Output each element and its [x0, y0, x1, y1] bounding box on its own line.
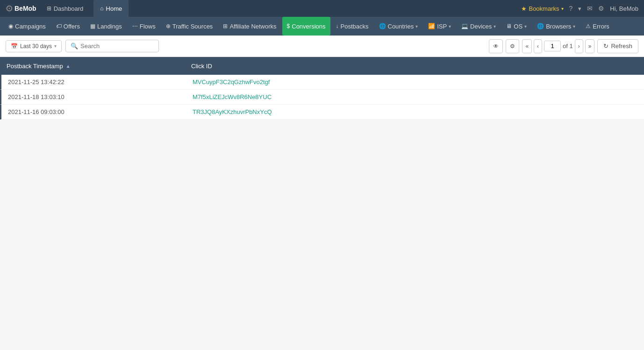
gear-icon: ⚙: [510, 43, 515, 50]
last-page-icon: »: [588, 43, 592, 50]
devices-chevron-icon: ▾: [494, 24, 496, 29]
countries-icon: 🌐: [379, 23, 386, 29]
table-body: 2021-11-25 13:42:22 MVCuypF3C2qGzhwFvo2t…: [0, 75, 644, 120]
prev-page-button[interactable]: ‹: [534, 39, 542, 53]
refresh-label: Refresh: [611, 43, 632, 50]
nav-isp[interactable]: 📶 ISP ▾: [423, 17, 456, 36]
nav-offers[interactable]: 🏷 Offers: [51, 17, 85, 36]
first-page-icon: «: [525, 43, 529, 50]
search-box[interactable]: 🔍: [65, 40, 159, 52]
settings-button[interactable]: ⚙: [506, 39, 519, 53]
first-page-button[interactable]: «: [522, 39, 532, 53]
timestamp-value-1: 2021-11-25 13:42:22: [8, 79, 64, 86]
nav-affiliate-networks[interactable]: ⊞ Affiliate Networks: [218, 17, 281, 36]
nav-devices[interactable]: 💻 Devices ▾: [457, 17, 501, 36]
nav-traffic-sources[interactable]: ⊕ Traffic Sources: [161, 17, 218, 36]
tab-dashboard[interactable]: ⊞ Dashboard: [40, 0, 90, 17]
cell-click-id-2[interactable]: M7f5xLiZEJcWv8R6Ne8YUC: [186, 90, 644, 104]
notifications-icon[interactable]: ▾: [578, 5, 581, 12]
click-id-value-2: M7f5xLiZEJcWv8R6Ne8YUC: [193, 93, 272, 100]
prev-page-icon: ‹: [537, 43, 539, 50]
traffic-sources-icon: ⊕: [166, 23, 171, 29]
nav-landings-label: Landings: [97, 23, 122, 30]
nav-landings[interactable]: ▦ Landings: [86, 17, 127, 36]
page-of-label: of 1: [563, 43, 573, 50]
refresh-button[interactable]: ↻ Refresh: [597, 39, 638, 53]
last-page-button[interactable]: »: [585, 39, 595, 53]
campaigns-icon: ◉: [8, 23, 13, 29]
sort-asc-icon: ▲: [66, 64, 71, 69]
topbar-right: ★ Bookmarks ▾ ? ▾ ✉ ⚙ Hi, BeMob: [521, 5, 638, 12]
table-container: Postback Timestamp ▲ Click ID 2021-11-25…: [0, 57, 644, 120]
th-postback-timestamp[interactable]: Postback Timestamp ▲: [0, 57, 185, 75]
eye-button[interactable]: 👁: [489, 39, 503, 53]
click-id-value-1: MVCuypF3C2qGzhwFvo2tgf: [193, 79, 270, 86]
table-header: Postback Timestamp ▲ Click ID: [0, 57, 644, 75]
nav-os-label: OS: [514, 23, 522, 30]
nav-campaigns-label: Campaigns: [15, 23, 46, 30]
nav-flows[interactable]: ⋯ Flows: [128, 17, 160, 36]
tab-home[interactable]: ⌂ Home: [93, 0, 129, 17]
click-id-value-3: TR3JQ8AyKXzhuvrPbNxYcQ: [193, 108, 272, 115]
nav-conversions[interactable]: $ Conversions: [282, 17, 330, 36]
help-icon[interactable]: ?: [569, 5, 573, 12]
errors-icon: ⚠: [586, 23, 591, 29]
table-row: 2021-11-16 09:03:00 TR3JQ8AyKXzhuvrPbNxY…: [0, 105, 644, 120]
messages-icon[interactable]: ✉: [587, 5, 593, 12]
settings-icon[interactable]: ⚙: [598, 5, 604, 12]
nav-campaigns[interactable]: ◉ Campaigns: [4, 17, 50, 36]
topbar: ⊙ BeMob ⊞ Dashboard ⌂ Home ★ Bookmarks ▾…: [0, 0, 644, 17]
table-row: 2021-11-25 13:42:22 MVCuypF3C2qGzhwFvo2t…: [0, 75, 644, 90]
refresh-icon: ↻: [603, 43, 608, 50]
timestamp-value-3: 2021-11-16 09:03:00: [8, 108, 64, 115]
calendar-icon: 📅: [11, 43, 18, 50]
eye-icon: 👁: [493, 43, 499, 50]
cell-click-id-3[interactable]: TR3JQ8AyKXzhuvrPbNxYcQ: [186, 105, 644, 119]
th-click-id[interactable]: Click ID: [185, 57, 644, 75]
nav-errors-label: Errors: [593, 23, 609, 30]
cell-timestamp-2: 2021-11-18 13:03:10: [1, 90, 186, 104]
nav-os[interactable]: 🖥 OS ▾: [501, 17, 531, 36]
toolbar-left: 📅 Last 30 days ▾ 🔍: [6, 40, 159, 52]
cell-click-id-1[interactable]: MVCuypF3C2qGzhwFvo2tgf: [186, 75, 644, 89]
flows-icon: ⋯: [132, 23, 138, 29]
toolbar-right: 👁 ⚙ « ‹ of 1 › » ↻ Refresh: [489, 39, 638, 53]
next-page-button[interactable]: ›: [575, 39, 583, 53]
navbar: ◉ Campaigns 🏷 Offers ▦ Landings ⋯ Flows …: [0, 17, 644, 36]
tab-home-label: Home: [106, 5, 122, 12]
nav-traffic-sources-label: Traffic Sources: [172, 23, 213, 30]
nav-countries[interactable]: 🌐 Countries ▾: [374, 17, 423, 36]
next-page-icon: ›: [578, 43, 580, 50]
home-tab-icon: ⌂: [100, 5, 103, 12]
nav-flows-label: Flows: [140, 23, 156, 30]
date-range-button[interactable]: 📅 Last 30 days ▾: [6, 40, 62, 52]
logo-text: BeMob: [14, 5, 36, 12]
timestamp-value-2: 2021-11-18 13:03:10: [8, 93, 64, 100]
logo-icon: ⊙: [6, 3, 13, 14]
bookmarks-button[interactable]: ★ Bookmarks ▾: [521, 5, 563, 12]
nav-postbacks-label: Postbacks: [341, 23, 369, 30]
nav-errors[interactable]: ⚠ Errors: [581, 17, 614, 36]
tab-dashboard-label: Dashboard: [54, 5, 84, 12]
th-postback-timestamp-label: Postback Timestamp: [7, 63, 63, 70]
isp-chevron-icon: ▾: [449, 24, 451, 29]
landings-icon: ▦: [90, 23, 95, 29]
toolbar: 📅 Last 30 days ▾ 🔍 👁 ⚙ « ‹ of 1 ›: [0, 36, 644, 57]
devices-icon: 💻: [461, 23, 468, 29]
pagination: « ‹ of 1 › »: [522, 39, 594, 53]
date-range-label: Last 30 days: [20, 43, 52, 50]
table-row: 2021-11-18 13:03:10 M7f5xLiZEJcWv8R6Ne8Y…: [0, 90, 644, 105]
countries-chevron-icon: ▾: [415, 24, 418, 29]
affiliate-networks-icon: ⊞: [223, 23, 228, 29]
bookmarks-chevron-icon: ▾: [561, 6, 564, 11]
nav-browsers[interactable]: 🌐 Browsers ▾: [532, 17, 580, 36]
search-input[interactable]: [80, 43, 154, 50]
nav-postbacks[interactable]: ↓ Postbacks: [331, 17, 373, 36]
nav-browsers-label: Browsers: [546, 23, 571, 30]
nav-offers-label: Offers: [64, 23, 80, 30]
browsers-chevron-icon: ▾: [573, 24, 575, 29]
user-label[interactable]: Hi, BeMob: [610, 5, 638, 12]
page-number-input[interactable]: [544, 41, 561, 51]
postbacks-icon: ↓: [336, 23, 339, 29]
logo[interactable]: ⊙ BeMob: [6, 3, 36, 14]
